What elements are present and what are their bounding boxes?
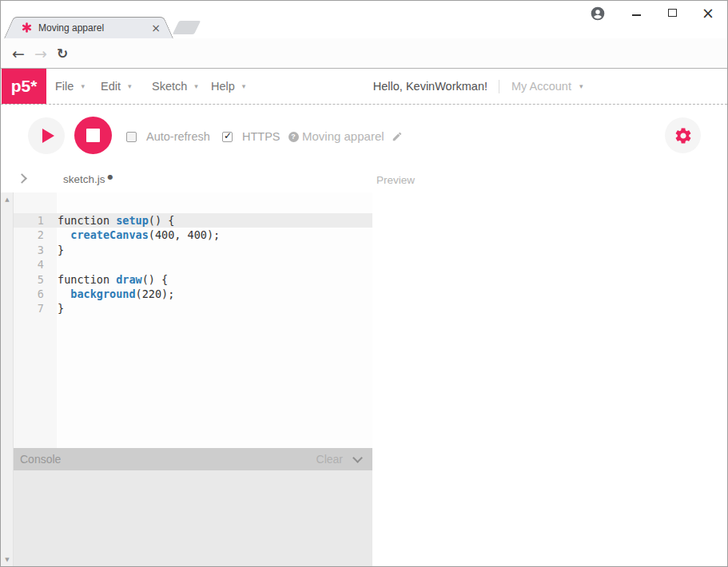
window-close-icon: ×	[702, 4, 714, 22]
browser-window: Moving apparel × × ← → ↻ Secure https://…	[0, 0, 728, 567]
console-header: Console Clear	[14, 448, 372, 470]
file-tab-sketchjs[interactable]: sketch.js ●	[63, 173, 113, 185]
caret-down-icon: ▾	[194, 82, 198, 90]
p5-logo[interactable]: p5*	[2, 69, 46, 104]
edit-name-pencil-icon[interactable]	[392, 131, 403, 142]
https-help-icon[interactable]: ?	[288, 132, 299, 142]
maximize-button[interactable]	[658, 1, 686, 25]
play-button[interactable]	[28, 117, 65, 154]
browser-toolbar: ← → ↻ Secure https://alpha.editor.p5js.o…	[1, 38, 727, 69]
console-output	[14, 470, 372, 567]
tab-title: Moving apparel	[38, 22, 145, 34]
code-line[interactable]: 5function draw() {	[14, 272, 372, 287]
project-name: Moving apparel	[302, 129, 384, 143]
profile-icon[interactable]	[590, 6, 606, 22]
gear-icon	[674, 126, 693, 145]
editor-header: p5* File ▾ Edit ▾ Sketch ▾ Help ▾ Hello,…	[1, 69, 727, 105]
console-title: Console	[20, 453, 316, 466]
code-text: }	[50, 301, 64, 315]
minimize-button[interactable]	[623, 1, 650, 25]
scroll-down-icon[interactable]: ▼	[1, 557, 14, 563]
forward-button: →	[30, 38, 52, 69]
auto-refresh-checkbox[interactable]	[126, 132, 137, 142]
back-button[interactable]: ←	[7, 38, 30, 69]
menu-edit-label: Edit	[101, 80, 121, 93]
browser-tab[interactable]: Moving apparel ×	[9, 17, 169, 38]
https-checkbox[interactable]	[222, 132, 233, 142]
code-line[interactable]: 3}	[14, 243, 372, 257]
code-line[interactable]: 2 createCanvas(400, 400);	[14, 228, 372, 242]
console-collapse-chevron-icon[interactable]	[352, 453, 363, 463]
scroll-up-icon[interactable]: ▲	[1, 196, 14, 203]
user-greeting: Hello, KevinWorkman!	[373, 69, 487, 104]
caret-down-icon: ▾	[128, 82, 132, 90]
preview-label: Preview	[376, 174, 415, 186]
caret-down-icon: ▾	[242, 82, 246, 90]
code-text: function setup() {	[50, 213, 174, 228]
menu-file[interactable]: File ▾	[55, 69, 85, 104]
reload-button[interactable]: ↻	[51, 38, 74, 69]
my-account-label: My Account	[511, 80, 571, 93]
code-text: }	[50, 243, 64, 257]
https-label: HTTPS	[242, 130, 280, 143]
code-text: background(220);	[50, 287, 174, 301]
line-number: 6	[14, 287, 50, 301]
header-divider	[499, 80, 499, 93]
auto-refresh-label: Auto-refresh	[146, 130, 210, 143]
main-area: ▲ ▼ 1function setup() {2 createCanvas(40…	[1, 192, 727, 567]
line-number: 5	[14, 272, 50, 287]
unsaved-dot-icon: ●	[108, 174, 113, 180]
menu-sketch-label: Sketch	[152, 80, 187, 93]
file-name: sketch.js	[63, 173, 105, 185]
play-icon	[42, 129, 54, 143]
new-tab-button[interactable]	[173, 21, 201, 34]
browser-titlebar: Moving apparel × ×	[1, 1, 727, 38]
p5-favicon-icon	[22, 22, 32, 33]
menu-sketch[interactable]: Sketch ▾	[152, 69, 198, 104]
code-line[interactable]: 1function setup() {	[14, 213, 372, 228]
settings-button[interactable]	[665, 117, 701, 153]
menu-help-label: Help	[211, 80, 235, 93]
code-line[interactable]: 4	[14, 257, 372, 272]
console-panel: Console Clear	[14, 448, 372, 567]
menu-file-label: File	[55, 80, 74, 93]
line-number: 3	[14, 243, 50, 257]
editor-scrollbar[interactable]: ▲ ▼	[1, 192, 14, 567]
caret-down-icon: ▾	[81, 82, 85, 90]
code-line[interactable]: 7}	[14, 301, 372, 315]
tab-close-icon[interactable]: ×	[151, 22, 161, 34]
code-text: function draw() {	[50, 272, 168, 287]
sidebar-expand-chevron-icon[interactable]	[17, 173, 27, 184]
line-number: 1	[14, 213, 50, 228]
console-clear-button[interactable]: Clear	[316, 453, 343, 466]
code-editor[interactable]: 1function setup() {2 createCanvas(400, 4…	[14, 192, 372, 448]
stop-icon	[86, 129, 100, 142]
editor-toolbar: Auto-refresh HTTPS ? Moving apparel	[1, 105, 727, 165]
menu-edit[interactable]: Edit ▾	[101, 69, 132, 104]
minimize-icon	[632, 14, 641, 16]
my-account-menu[interactable]: My Account ▾	[511, 69, 695, 104]
code-line[interactable]: 6 background(220);	[14, 287, 372, 301]
stop-button[interactable]	[74, 117, 112, 154]
file-tab-row: sketch.js ● Preview	[1, 165, 727, 192]
line-number: 2	[14, 228, 50, 242]
code-text	[50, 257, 58, 272]
caret-down-icon: ▾	[579, 82, 583, 90]
line-number: 7	[14, 301, 50, 315]
menu-help[interactable]: Help ▾	[211, 69, 245, 104]
window-close-button[interactable]: ×	[694, 1, 722, 25]
code-text: createCanvas(400, 400);	[50, 228, 220, 242]
preview-pane	[372, 192, 727, 567]
line-number: 4	[14, 257, 50, 272]
maximize-icon	[668, 9, 677, 17]
code-lines: 1function setup() {2 createCanvas(400, 4…	[14, 213, 372, 316]
